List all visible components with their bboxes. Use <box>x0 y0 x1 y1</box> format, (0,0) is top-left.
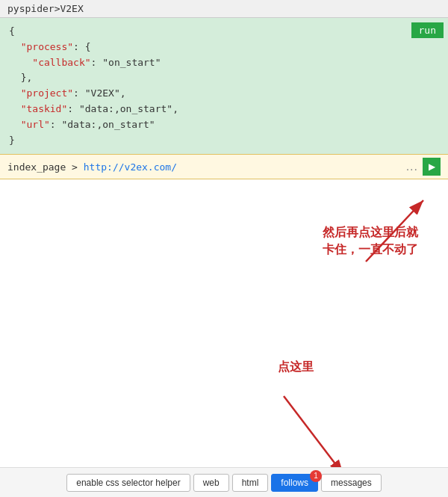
main-area: 然后再点这里后就 卡住，一直不动了 点这里 <box>0 179 448 497</box>
toolbar-row: index_page > http://v2ex.com/ ... ▶ <box>0 154 448 179</box>
tab-web[interactable]: web <box>193 474 229 492</box>
title-bar: pyspider > V2EX <box>0 0 448 18</box>
more-options-button[interactable]: ... <box>406 160 418 173</box>
code-line-3: "callback": "on_start" <box>9 55 439 71</box>
code-line-8: } <box>9 133 439 149</box>
code-line-5: "project": "V2EX", <box>9 86 439 102</box>
code-line-2: "process": { <box>9 40 439 55</box>
toolbar-right: ... ▶ <box>406 158 441 176</box>
code-line-6: "taskid": "data:,on_start", <box>9 102 439 117</box>
tab-follows[interactable]: follows 1 <box>271 474 318 492</box>
toolbar-url-link[interactable]: http://v2ex.com/ <box>84 161 177 173</box>
page-title: V2EX <box>60 3 83 14</box>
follows-badge: 1 <box>310 470 322 482</box>
breadcrumb-pyspider: pyspider <box>7 3 55 14</box>
toolbar-separator: > <box>72 161 84 173</box>
annotation-top: 然后再点这里后就 卡住，一直不动了 <box>323 224 418 258</box>
svg-line-1 <box>284 396 343 475</box>
run-button[interactable]: run <box>411 22 444 38</box>
breadcrumb-separator: > <box>55 3 60 14</box>
code-line-1: { <box>9 24 439 40</box>
bottom-tab-bar: enable css selector helper web html foll… <box>0 467 448 497</box>
annotation-bottom: 点这里 <box>278 359 314 375</box>
tab-html[interactable]: html <box>232 474 269 492</box>
tab-css-helper[interactable]: enable css selector helper <box>66 474 190 492</box>
tab-messages[interactable]: messages <box>321 474 382 492</box>
code-line-4: }, <box>9 70 439 86</box>
code-line-7: "url": "data:,on_start" <box>9 117 439 133</box>
play-button[interactable]: ▶ <box>423 158 441 176</box>
code-panel: run { "process": { "callback": "on_start… <box>0 18 448 154</box>
toolbar-breadcrumb: index_page > http://v2ex.com/ <box>7 161 177 173</box>
toolbar-breadcrumb-label: index_page <box>7 161 66 173</box>
